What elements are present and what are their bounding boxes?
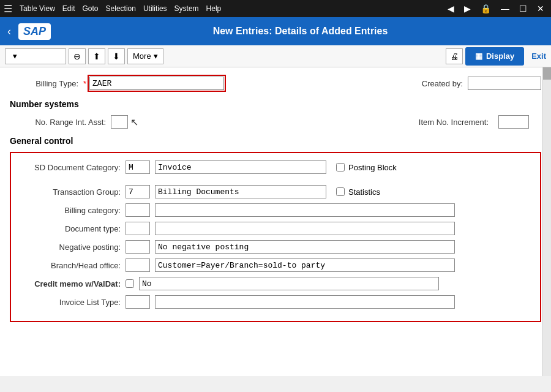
invoice-list-label: Invoice List Type: [18, 298, 126, 307]
invoice-list-row: Invoice List Type: [18, 295, 533, 309]
edit-menu[interactable]: Edit [62, 4, 75, 13]
sd-doc-category-row: SD Document Category: Posting Block [18, 160, 533, 174]
negative-posting-label: Negative posting: [18, 243, 126, 252]
transaction-group-input[interactable] [126, 185, 150, 198]
exit-button[interactable]: Exit [531, 51, 546, 61]
credit-memo-text[interactable] [139, 277, 439, 290]
cursor-indicator: ↖ [130, 116, 138, 128]
system-menu[interactable]: System [174, 4, 199, 13]
credit-memo-label: Credit memo w/ValDat: [18, 279, 126, 288]
page-title: New Entries: Details of Added Entries [57, 26, 544, 37]
branch-head-row: Branch/Head office: [18, 258, 533, 272]
scrollbar[interactable] [542, 67, 551, 376]
negative-posting-input[interactable] [126, 240, 150, 254]
number-systems-heading: Number systems [10, 99, 541, 110]
credit-memo-row: Credit memo w/ValDat: [18, 277, 533, 290]
billing-type-field-wrapper [88, 75, 226, 92]
content-area: Billing Type: * Created by: Number syste… [0, 67, 551, 376]
billing-type-row: Billing Type: * Created by: [10, 75, 541, 92]
required-marker: * [83, 79, 86, 88]
posting-block-text: Posting Block [348, 163, 397, 172]
transaction-group-label: Transaction Group: [18, 187, 126, 197]
back-icon[interactable]: ◀ [444, 2, 457, 15]
title-bar-controls: ◀ ▶ 🔒 — ☐ ✕ [444, 2, 547, 15]
negative-posting-row: Negative posting: [18, 240, 533, 254]
more-chevron-icon: ▾ [154, 51, 158, 61]
statistics-checkbox[interactable] [336, 187, 345, 196]
no-range-input[interactable] [111, 115, 128, 129]
branch-head-text[interactable] [155, 258, 455, 272]
upload-icon: ⬆ [93, 51, 100, 61]
billing-category-input[interactable] [126, 203, 150, 217]
document-type-label: Document type: [18, 224, 126, 233]
transaction-group-text[interactable] [155, 185, 326, 198]
toolbar-download-button[interactable]: ⬇ [108, 48, 125, 64]
item-no-label: Item No. Increment: [408, 118, 493, 127]
billing-type-input[interactable] [89, 77, 224, 90]
invoice-list-text[interactable] [155, 295, 455, 309]
created-by-input[interactable] [468, 77, 541, 90]
statistics-label: Statistics [336, 187, 380, 197]
no-range-label: No. Range Int. Asst: [10, 118, 111, 127]
maximize-icon[interactable]: ☐ [516, 2, 530, 15]
sd-doc-text-input[interactable] [155, 160, 326, 174]
billing-type-label: Billing Type: [10, 79, 83, 88]
document-type-row: Document type: [18, 222, 533, 235]
toolbar: ▾ ⊖ ⬆ ⬇ More ▾ 🖨 ▦ Display Exit [0, 45, 551, 67]
minus-icon: ⊖ [73, 51, 81, 61]
display-icon: ▦ [475, 51, 482, 61]
general-control-heading: General control [10, 136, 541, 147]
table-view-menu[interactable]: Table View [20, 4, 55, 13]
title-bar-left: ☰ Table View Edit Goto Selection Utiliti… [4, 3, 221, 15]
posting-block-label: Posting Block [336, 163, 397, 172]
help-menu[interactable]: Help [206, 4, 222, 13]
transaction-group-row: Transaction Group: Statistics [18, 185, 533, 198]
toolbar-minus-button[interactable]: ⊖ [69, 48, 86, 64]
branch-head-label: Branch/Head office: [18, 261, 126, 270]
minimize-icon[interactable]: — [498, 2, 512, 15]
item-no-input[interactable] [498, 115, 529, 129]
more-button[interactable]: More ▾ [127, 48, 163, 64]
app-header: ‹ SAP New Entries: Details of Added Entr… [0, 17, 551, 45]
forward-icon[interactable]: ▶ [461, 2, 474, 15]
sd-doc-category-input[interactable] [126, 160, 150, 174]
negative-posting-text[interactable] [155, 240, 455, 254]
dropdown-value [8, 51, 10, 61]
dropdown-chevron-icon: ▾ [13, 51, 17, 61]
branch-head-input[interactable] [126, 258, 150, 272]
selection-menu[interactable]: Selection [106, 4, 136, 13]
statistics-text: Statistics [348, 187, 380, 197]
hamburger-icon[interactable]: ☰ [4, 3, 12, 15]
sd-doc-category-label: SD Document Category: [18, 163, 126, 172]
toolbar-dropdown[interactable]: ▾ [5, 48, 66, 64]
scrollbar-thumb[interactable] [543, 67, 551, 80]
document-type-text[interactable] [155, 222, 455, 235]
more-label: More [133, 51, 151, 61]
download-icon: ⬇ [113, 51, 120, 61]
toolbar-upload-button[interactable]: ⬆ [88, 48, 105, 64]
goto-menu[interactable]: Goto [83, 4, 99, 13]
general-control-box: SD Document Category: Posting Block Tran… [10, 152, 541, 322]
nav-back-button[interactable]: ‹ [7, 25, 11, 38]
posting-block-checkbox[interactable] [336, 163, 345, 172]
created-by-label: Created by: [413, 79, 468, 88]
sap-logo[interactable]: SAP [18, 23, 51, 40]
invoice-list-input[interactable] [126, 295, 150, 309]
print-button[interactable]: 🖨 [446, 48, 463, 64]
billing-category-text[interactable] [155, 203, 455, 217]
display-label: Display [486, 51, 514, 61]
print-icon: 🖨 [450, 51, 459, 61]
credit-memo-checkbox[interactable] [126, 279, 134, 288]
utilities-menu[interactable]: Utilities [143, 4, 167, 13]
document-type-input[interactable] [126, 222, 150, 235]
title-bar: ☰ Table View Edit Goto Selection Utiliti… [0, 0, 551, 17]
billing-category-row: Billing category: [18, 203, 533, 217]
billing-category-label: Billing category: [18, 206, 126, 215]
close-icon[interactable]: ✕ [534, 2, 547, 15]
number-systems-row: No. Range Int. Asst: ↖ Item No. Incremen… [10, 115, 541, 129]
display-button[interactable]: ▦ Display [465, 47, 524, 66]
lock-icon[interactable]: 🔒 [478, 2, 494, 15]
